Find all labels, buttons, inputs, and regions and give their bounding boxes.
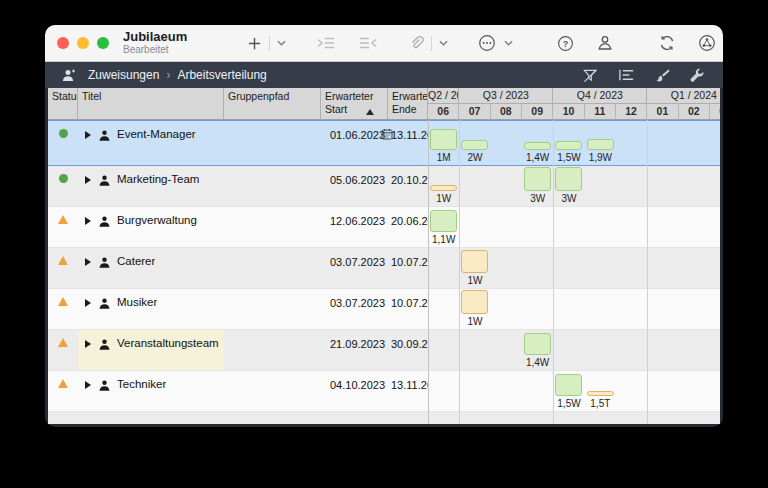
toolbar-divider bbox=[431, 36, 432, 51]
calendar-icon[interactable] bbox=[381, 128, 393, 142]
close-window-button[interactable] bbox=[57, 37, 69, 49]
grouppath-cell[interactable] bbox=[224, 207, 321, 247]
start-date-cell[interactable]: 03.07.2023 bbox=[321, 289, 388, 329]
column-header-status[interactable]: Status bbox=[48, 88, 78, 119]
timeline-header[interactable]: Q2 / 2023Q3 / 2023Q4 / 2023Q1 / 2024 060… bbox=[428, 88, 720, 119]
table-row[interactable]: Event-Manager01.06.202313.11.20231M2W1,4… bbox=[48, 120, 720, 166]
disclosure-triangle-icon[interactable] bbox=[85, 217, 91, 225]
gantt-cell[interactable]: 1,4W bbox=[428, 330, 720, 370]
gantt-bar[interactable] bbox=[430, 210, 457, 232]
grouppath-cell[interactable] bbox=[224, 330, 321, 370]
gantt-cell[interactable]: 1W bbox=[428, 248, 720, 288]
breadcrumb-separator: › bbox=[166, 68, 170, 82]
gantt-bar[interactable] bbox=[430, 185, 457, 191]
gantt-bar[interactable] bbox=[555, 141, 582, 150]
grouppath-cell[interactable] bbox=[224, 166, 321, 206]
gantt-bar[interactable] bbox=[461, 140, 488, 150]
breadcrumb-item-arbeitsverteilung[interactable]: Arbeitsverteilung bbox=[177, 68, 266, 82]
traffic-lights bbox=[57, 37, 109, 49]
disclosure-triangle-icon[interactable] bbox=[85, 381, 91, 389]
gantt-bar[interactable] bbox=[461, 290, 488, 314]
disclosure-triangle-icon[interactable] bbox=[85, 176, 91, 184]
table-row[interactable]: Veranstaltungsteam21.09.202330.09.20231,… bbox=[48, 330, 720, 371]
disclosure-triangle-icon[interactable] bbox=[85, 131, 91, 139]
start-date-cell[interactable]: 01.06.2023 bbox=[321, 121, 388, 165]
add-menu-chevron-icon[interactable] bbox=[273, 31, 290, 55]
format-brush-icon[interactable] bbox=[654, 63, 670, 87]
gantt-cell[interactable]: 1W bbox=[428, 289, 720, 329]
disclosure-triangle-icon[interactable] bbox=[85, 340, 91, 348]
attachment-icon[interactable] bbox=[404, 31, 428, 55]
title-cell[interactable]: Veranstaltungsteam bbox=[78, 330, 224, 370]
gantt-bar[interactable] bbox=[555, 167, 582, 191]
column-header-gruppenpfad[interactable]: Gruppenpfad bbox=[224, 88, 321, 119]
attachment-menu-chevron-icon[interactable] bbox=[435, 31, 452, 55]
disclosure-triangle-icon[interactable] bbox=[85, 299, 91, 307]
more-menu-chevron-icon[interactable] bbox=[500, 31, 517, 55]
group-list-icon[interactable] bbox=[618, 63, 635, 87]
end-date-cell[interactable]: 10.07.2023 bbox=[388, 248, 428, 288]
zoom-window-button[interactable] bbox=[97, 37, 109, 49]
assignment-title: Event-Manager bbox=[117, 128, 196, 140]
user-icon[interactable] bbox=[592, 31, 618, 55]
start-date-cell[interactable]: 05.06.2023 bbox=[321, 166, 388, 206]
title-cell[interactable]: Event-Manager bbox=[78, 121, 224, 165]
grouppath-cell[interactable] bbox=[224, 371, 321, 411]
end-date-cell[interactable]: 20.10.2023 bbox=[388, 166, 428, 206]
column-header-erwartetes-ende[interactable]: Erwartetes Ende bbox=[388, 88, 428, 119]
more-circle-icon[interactable] bbox=[474, 31, 500, 55]
gantt-bar[interactable] bbox=[461, 250, 488, 273]
gantt-bar[interactable] bbox=[430, 129, 457, 150]
title-bar[interactable]: Jubilaeum Bearbeitet bbox=[45, 25, 723, 62]
help-icon[interactable]: ? bbox=[553, 31, 578, 55]
gantt-bar[interactable] bbox=[587, 391, 614, 396]
table-row[interactable]: Burgverwaltung12.06.202320.06.20231,1W bbox=[48, 207, 720, 248]
gantt-cell[interactable]: 1M2W1,4W1,5W1,9W bbox=[428, 121, 720, 165]
end-date-cell[interactable]: 13.11.2023 bbox=[388, 121, 428, 165]
column-header-erwarteter-start[interactable]: Erwarteter Start bbox=[321, 88, 388, 119]
start-date-cell[interactable]: 12.06.2023 bbox=[321, 207, 388, 247]
gantt-bar-label: 2W bbox=[459, 152, 490, 163]
gantt-bar[interactable] bbox=[524, 142, 551, 150]
grouppath-cell[interactable] bbox=[224, 248, 321, 288]
end-date-cell[interactable]: 20.06.2023 bbox=[388, 207, 428, 247]
indent-icon[interactable] bbox=[312, 31, 340, 55]
title-cell[interactable]: Burgverwaltung bbox=[78, 207, 224, 247]
settings-wrench-icon[interactable] bbox=[689, 63, 705, 87]
empty-footer-row bbox=[48, 412, 720, 424]
gantt-bar[interactable] bbox=[555, 374, 582, 396]
quarter-header-cell: Q3 / 2023 bbox=[459, 88, 553, 103]
minimize-window-button[interactable] bbox=[77, 37, 89, 49]
gantt-bar[interactable] bbox=[587, 139, 614, 150]
table-row[interactable]: Marketing-Team05.06.202320.10.20231W3W3W bbox=[48, 166, 720, 207]
end-date-cell[interactable]: 10.07.2023 bbox=[388, 289, 428, 329]
title-cell[interactable]: Caterer bbox=[78, 248, 224, 288]
title-cell[interactable]: Musiker bbox=[78, 289, 224, 329]
title-cell[interactable]: Techniker bbox=[78, 371, 224, 411]
table-row[interactable]: Techniker04.10.202313.11.20231,5W1,5T bbox=[48, 371, 720, 412]
gantt-cell[interactable]: 1W3W3W bbox=[428, 166, 720, 206]
start-date-cell[interactable]: 03.07.2023 bbox=[321, 248, 388, 288]
grouppath-cell[interactable] bbox=[224, 121, 321, 165]
gantt-bar[interactable] bbox=[524, 333, 551, 355]
outdent-icon[interactable] bbox=[354, 31, 382, 55]
status-warning-icon bbox=[58, 215, 68, 224]
start-date-cell[interactable]: 21.09.2023 bbox=[321, 330, 388, 370]
end-date-cell[interactable]: 13.11.2023 bbox=[388, 371, 428, 411]
disclosure-triangle-icon[interactable] bbox=[85, 258, 91, 266]
table-row[interactable]: Musiker03.07.202310.07.20231W bbox=[48, 289, 720, 330]
gantt-cell[interactable]: 1,5W1,5T bbox=[428, 371, 720, 411]
add-icon[interactable] bbox=[243, 31, 266, 55]
title-cell[interactable]: Marketing-Team bbox=[78, 166, 224, 206]
table-row[interactable]: Caterer03.07.202310.07.20231W bbox=[48, 248, 720, 289]
column-header-titel[interactable]: Titel bbox=[78, 88, 224, 119]
end-date-cell[interactable]: 30.09.2023 bbox=[388, 330, 428, 370]
share-icon[interactable] bbox=[694, 31, 720, 55]
gantt-bar[interactable] bbox=[524, 167, 551, 191]
gantt-cell[interactable]: 1,1W bbox=[428, 207, 720, 247]
start-date-cell[interactable]: 04.10.2023 bbox=[321, 371, 388, 411]
breadcrumb-item-zuweisungen[interactable]: Zuweisungen bbox=[88, 68, 159, 82]
sync-icon[interactable] bbox=[654, 31, 680, 55]
grouppath-cell[interactable] bbox=[224, 289, 321, 329]
filter-icon[interactable] bbox=[582, 63, 599, 87]
